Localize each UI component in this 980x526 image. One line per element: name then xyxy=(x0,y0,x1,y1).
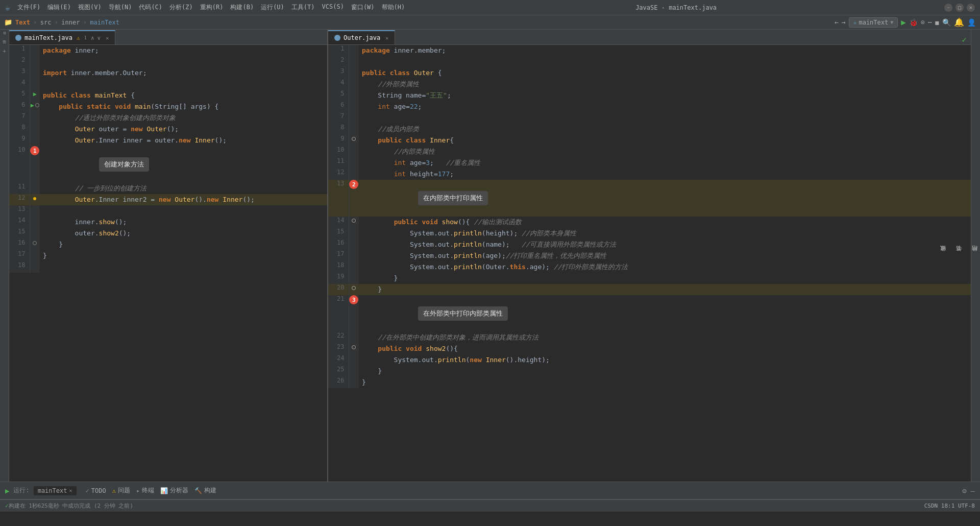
tab-outer[interactable]: Outer.java ✕ xyxy=(328,30,395,44)
breadcrumb-file[interactable]: mainText xyxy=(90,19,119,26)
sidebar-project-icon[interactable]: ≡ xyxy=(2,32,7,35)
table-row: 9 public class Inner{ xyxy=(328,135,971,146)
title-bar-left: ☕ 文件(F) 编辑(E) 视图(V) 导航(N) 代码(C) 分析(Z) 重构… xyxy=(5,2,408,13)
table-row: 21 3 在外部类中打印内部类属性 xyxy=(328,295,971,332)
table-row: 18 System.out.println(Outer.this.age); /… xyxy=(328,261,971,273)
table-row: 8 //成员内部类 xyxy=(328,124,971,135)
menu-bar: 文件(F) 编辑(E) 视图(V) 导航(N) 代码(C) 分析(Z) 重构(R… xyxy=(14,2,408,13)
sidebar-structure-icon[interactable]: ⊞ xyxy=(3,39,6,44)
right-code-table: 1 package inner.member; 2 3 publi xyxy=(328,45,971,388)
csdn-label[interactable]: CSDN 18:1 UTF-8 xyxy=(924,503,975,509)
tooltip-step2: 在内部类中打印属性 xyxy=(418,191,488,205)
title-bar: ☕ 文件(F) 编辑(E) 视图(V) 导航(N) 代码(C) 分析(Z) 重构… xyxy=(0,0,980,15)
tooltip-step1: 创建对象方法 xyxy=(99,157,149,172)
menu-build[interactable]: 构建(B) xyxy=(227,2,257,13)
search-button[interactable]: 🔍 xyxy=(942,18,951,27)
menu-edit[interactable]: 编辑(E) xyxy=(44,2,74,13)
main-layout: ≡ ⊞ + mainText.java ⚠ 1 ∧ ∨ ✕ 1 xyxy=(0,30,980,482)
table-row: 1 package inner; xyxy=(9,45,327,56)
notification-button[interactable]: 🔔 xyxy=(954,17,964,27)
table-row: 9 Outer.Inner inner = outer.new Inner(); xyxy=(9,135,327,146)
status-tab-build[interactable]: 🔨 构建 xyxy=(194,486,216,495)
table-row: 14 public void show(){ //输出测试函数 xyxy=(328,217,971,228)
breadcrumb-sep1: › xyxy=(33,18,37,26)
status-tabs: ✓ TODO ⚠ 问题 ▸ 终端 📊 分析器 🔨 构建 xyxy=(81,486,222,495)
menu-nav[interactable]: 导航(N) xyxy=(106,2,135,13)
tab-outer-close[interactable]: ✕ xyxy=(385,35,388,41)
table-row: 16 System.out.println(name); //可直接调用外部类属… xyxy=(328,239,971,250)
table-row: 5 String name="王五"; xyxy=(328,90,971,101)
fold-16 xyxy=(33,241,37,245)
coverage-button[interactable]: ⊙ xyxy=(921,18,925,26)
run-button[interactable]: ▶ xyxy=(901,17,906,27)
expand-down-icon[interactable]: — xyxy=(971,487,975,495)
minimize-button[interactable]: － xyxy=(944,4,952,12)
breadcrumb-package[interactable]: inner xyxy=(61,19,80,26)
breadcrumb-sep2: › xyxy=(54,18,58,26)
breakpoint-6 xyxy=(35,103,39,107)
tab-outer-label: Outer.java xyxy=(344,34,380,41)
window-title: JavaSE - mainText.java xyxy=(635,4,717,11)
menu-help[interactable]: 帮助(H) xyxy=(379,2,408,13)
right-pane-status: ✓ xyxy=(962,35,971,44)
menu-file[interactable]: 文件(F) xyxy=(14,2,44,13)
more-run-button[interactable]: ⋯ xyxy=(928,18,932,26)
menu-run[interactable]: 运行(U) xyxy=(258,2,287,13)
status-tab-issues[interactable]: ⚠ 问题 xyxy=(112,486,130,495)
maximize-button[interactable]: □ xyxy=(955,4,964,12)
run-tab-maintext[interactable]: mainText ✕ xyxy=(34,486,77,495)
fold-14 xyxy=(352,219,356,223)
table-row: 16 } xyxy=(9,239,327,250)
menu-code[interactable]: 代码(C) xyxy=(136,2,165,13)
sidebar-add-icon[interactable]: + xyxy=(3,49,6,54)
nav-back-icon[interactable]: ← xyxy=(835,18,839,26)
table-row: 8 Outer outer = new Outer(); xyxy=(9,124,327,135)
menu-view[interactable]: 视图(V) xyxy=(75,2,105,13)
stop-button[interactable]: ◼ xyxy=(935,18,939,27)
tab-maintext[interactable]: mainText.java ⚠ 1 ∧ ∨ ✕ xyxy=(9,30,115,44)
status-message: 构建在 1秒625毫秒 中成功完成 (2 分钟 之前) xyxy=(9,502,133,510)
close-button[interactable]: ✕ xyxy=(967,4,975,12)
tab-maintext-icon xyxy=(15,35,21,41)
table-row: 24 System.out.println(new Inner().height… xyxy=(328,354,971,366)
run-gutter-5[interactable]: ▶ xyxy=(33,90,37,98)
status-tab-terminal[interactable]: ▸ 终端 xyxy=(136,486,154,495)
nav-forward-icon[interactable]: → xyxy=(842,18,846,26)
run-config-dropdown[interactable]: ☕ mainText ▼ xyxy=(849,17,898,28)
table-row: 4 xyxy=(9,79,327,90)
account-button[interactable]: 👤 xyxy=(967,18,976,27)
table-row: 18 xyxy=(9,261,327,273)
table-row: 19 } xyxy=(328,273,971,284)
settings-icon[interactable]: ⚙ xyxy=(962,487,966,495)
run-gutter-6[interactable]: ▶ xyxy=(31,102,34,109)
right-pane-ok-icon: ✓ xyxy=(962,35,967,44)
run-play-icon[interactable]: ▶ xyxy=(5,487,9,495)
table-row: 13 xyxy=(9,205,327,217)
run-tab-close[interactable]: ✕ xyxy=(69,488,72,493)
status-tab-profiler[interactable]: 📊 分析器 xyxy=(160,486,188,495)
table-row: 6 ▶ public static void main(String[] arg… xyxy=(9,101,327,112)
menu-refactor[interactable]: 重构(R) xyxy=(197,2,227,13)
tab-maintext-close[interactable]: ✕ xyxy=(106,35,109,41)
status-tab-todo[interactable]: ✓ TODO xyxy=(86,487,106,494)
menu-vcs[interactable]: VCS(S) xyxy=(319,2,347,13)
breadcrumb-project[interactable]: Text xyxy=(15,19,30,26)
left-code-area[interactable]: 1 package inner; 2 3 import inner xyxy=(9,45,327,482)
right-tab-bar: Outer.java ✕ ✓ xyxy=(328,30,971,45)
step-badge-2: 2 xyxy=(349,180,358,189)
menu-analyze[interactable]: 分析(Z) xyxy=(166,2,196,13)
table-row: 11 int age=3; //重名属性 xyxy=(328,157,971,169)
table-row: 10 1 创建对象方法 xyxy=(9,146,327,183)
table-row: 11 // 一步到位的创建方法 xyxy=(9,183,327,194)
menu-window[interactable]: 窗口(W) xyxy=(348,2,378,13)
run-config-label: mainText xyxy=(859,19,888,26)
right-code-area[interactable]: 1 package inner.member; 2 3 publi xyxy=(328,45,971,482)
breadcrumb-src[interactable]: src xyxy=(40,19,52,26)
tab-maintext-label: mainText.java xyxy=(24,34,72,41)
run-bar-right: ⚙ — xyxy=(962,487,975,495)
table-row: 12 Outer.Inner inner2 = new Outer().new … xyxy=(9,194,327,205)
debug-button[interactable]: 🐞 xyxy=(909,18,918,27)
table-row: 17 } xyxy=(9,250,327,261)
menu-tools[interactable]: 工具(T) xyxy=(288,2,318,13)
left-tab-bar: mainText.java ⚠ 1 ∧ ∨ ✕ xyxy=(9,30,327,45)
